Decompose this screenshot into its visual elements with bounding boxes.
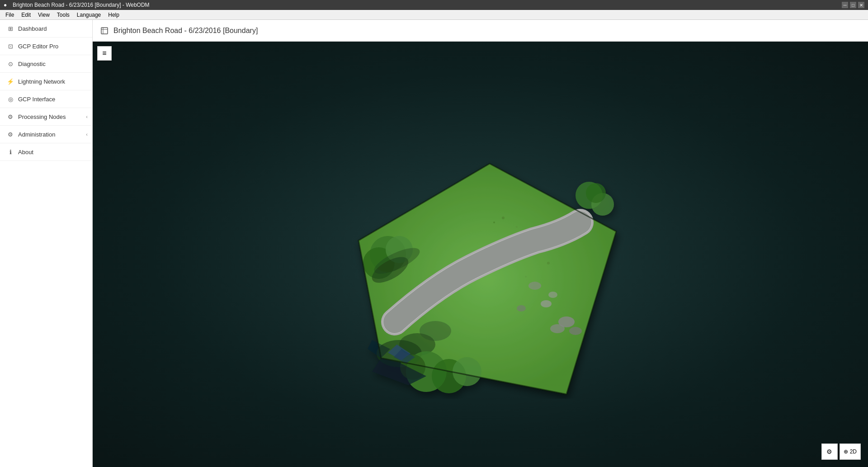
app-icon: ● — [4, 2, 10, 8]
sidebar-item-about[interactable]: ℹ About — [0, 143, 92, 161]
processing-nodes-icon: ⚙ — [6, 113, 14, 121]
sidebar-item-label: GCP Editor Pro — [18, 43, 58, 50]
sidebar-item-administration[interactable]: ⚙ Administration ‹ — [0, 126, 92, 143]
3d-viewer[interactable]: ≡ ⚙ ⊕ 2D — [93, 42, 868, 467]
minimize-button[interactable]: ─ — [842, 2, 848, 8]
sidebar-item-lightning-network[interactable]: ⚡ Lightning Network — [0, 73, 92, 90]
administration-icon: ⚙ — [6, 130, 14, 138]
title-bar-text: Brighton Beach Road - 6/23/2016 [Boundar… — [13, 2, 150, 8]
svg-point-29 — [493, 222, 495, 223]
hamburger-icon: ≡ — [102, 49, 106, 57]
svg-point-5 — [420, 321, 451, 341]
svg-point-18 — [550, 324, 565, 333]
main-content: Brighton Beach Road - 6/23/2016 [Boundar… — [93, 20, 868, 467]
menu-help[interactable]: Help — [104, 10, 123, 20]
chevron-icon: ‹ — [86, 114, 88, 119]
svg-point-22 — [517, 305, 526, 311]
page-title: Brighton Beach Road - 6/23/2016 [Boundar… — [113, 27, 258, 35]
terrain-model — [322, 137, 639, 399]
sidebar-item-label: Administration — [18, 131, 55, 138]
sidebar-item-label: Lightning Network — [18, 78, 65, 85]
svg-point-28 — [516, 226, 518, 228]
svg-rect-0 — [101, 28, 108, 34]
about-icon: ℹ — [6, 148, 14, 156]
sidebar-item-diagnostic[interactable]: ⊙ Diagnostic — [0, 55, 92, 73]
gcp-interface-icon: ◎ — [6, 95, 14, 103]
sidebar-item-label: Dashboard — [18, 25, 47, 32]
sidebar-item-gcp-editor-pro[interactable]: ⊡ GCP Editor Pro — [0, 38, 92, 55]
sidebar-item-processing-nodes[interactable]: ⚙ Processing Nodes ‹ — [0, 108, 92, 126]
sidebar-item-label: Processing Nodes — [18, 113, 66, 120]
view-2d-label: 2D — [850, 448, 857, 455]
viewer-menu-toggle[interactable]: ≡ — [97, 46, 112, 61]
lightning-icon: ⚡ — [6, 77, 14, 85]
menu-view[interactable]: View — [34, 10, 53, 20]
page-header-icon — [100, 26, 109, 35]
view-2d-button[interactable]: ⊕ 2D — [840, 443, 861, 460]
globe-icon: ⊕ — [844, 448, 848, 455]
svg-point-20 — [528, 282, 541, 290]
sidebar: ⊞ Dashboard ⊡ GCP Editor Pro ⊙ Diagnosti… — [0, 20, 93, 467]
title-bar: ● Brighton Beach Road - 6/23/2016 [Bound… — [0, 0, 868, 10]
maximize-button[interactable]: □ — [850, 2, 856, 8]
dashboard-icon: ⊞ — [6, 24, 14, 33]
sidebar-item-label: GCP Interface — [18, 96, 55, 103]
menu-bar: File Edit View Tools Language Help — [0, 10, 868, 20]
settings-icon: ⚙ — [826, 448, 832, 455]
settings-button[interactable]: ⚙ — [821, 443, 838, 460]
page-header: Brighton Beach Road - 6/23/2016 [Boundar… — [93, 20, 868, 42]
sidebar-item-label: Diagnostic — [18, 61, 46, 67]
sidebar-item-dashboard[interactable]: ⊞ Dashboard — [0, 20, 92, 38]
chevron-icon: ‹ — [86, 132, 88, 137]
menu-edit[interactable]: Edit — [18, 10, 34, 20]
svg-point-17 — [569, 327, 582, 335]
svg-point-31 — [525, 276, 527, 278]
viewer-controls: ⚙ ⊕ 2D — [821, 443, 861, 460]
svg-point-19 — [541, 300, 552, 307]
svg-point-21 — [548, 292, 557, 298]
diagnostic-icon: ⊙ — [6, 60, 14, 68]
sidebar-item-gcp-interface[interactable]: ◎ GCP Interface — [0, 90, 92, 108]
svg-point-30 — [547, 262, 550, 264]
menu-language[interactable]: Language — [73, 10, 104, 20]
sidebar-item-label: About — [18, 149, 33, 156]
scene — [93, 42, 868, 467]
gcp-editor-pro-icon: ⊡ — [6, 42, 14, 50]
close-button[interactable]: ✕ — [858, 2, 864, 8]
svg-point-27 — [502, 217, 505, 219]
menu-tools[interactable]: Tools — [53, 10, 73, 20]
svg-point-11 — [453, 357, 481, 386]
svg-point-15 — [586, 183, 606, 203]
menu-file[interactable]: File — [2, 10, 18, 20]
terrain-svg — [322, 137, 639, 399]
